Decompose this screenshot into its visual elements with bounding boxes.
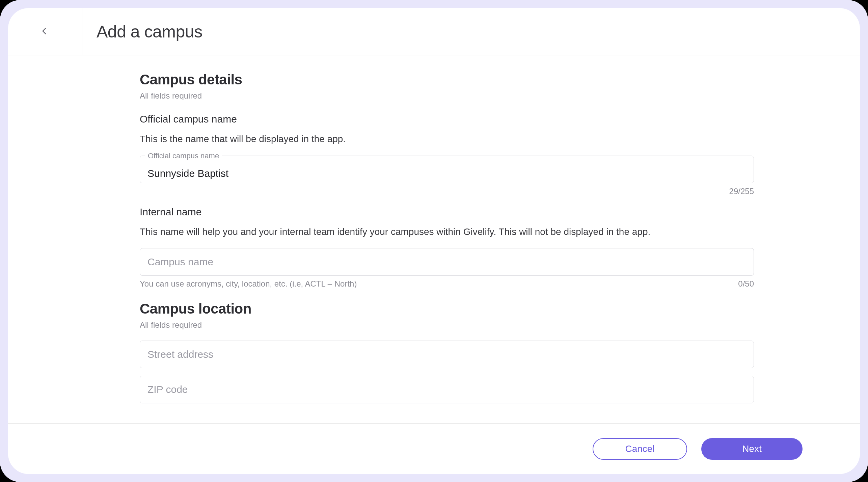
street-field-wrap: [140, 341, 754, 368]
street-address-input[interactable]: [140, 341, 754, 368]
internal-name-desc: This name will help you and your interna…: [140, 225, 754, 239]
form-inner: Campus details All fields required Offic…: [140, 72, 754, 403]
page-background: Add a campus Campus details All fields r…: [0, 0, 868, 482]
official-name-counter: 29/255: [729, 187, 754, 196]
location-fields: [140, 341, 754, 403]
next-button[interactable]: Next: [701, 438, 803, 460]
chevron-left-icon: [39, 26, 50, 37]
internal-name-input[interactable]: [140, 248, 754, 276]
official-name-desc: This is the name that will be displayed …: [140, 132, 754, 146]
official-name-input[interactable]: [140, 156, 754, 183]
header: Add a campus: [8, 8, 860, 55]
cancel-button[interactable]: Cancel: [593, 438, 687, 460]
section-title-details: Campus details: [140, 72, 754, 88]
page-title: Add a campus: [97, 22, 202, 42]
official-name-label: Official campus name: [140, 113, 754, 125]
back-button[interactable]: [32, 20, 56, 44]
official-name-float-label: Official campus name: [145, 152, 222, 160]
location-section: Campus location All fields required: [140, 301, 754, 403]
internal-name-field-wrap: [140, 248, 754, 276]
internal-name-counter: 0/50: [738, 279, 754, 289]
official-name-field-wrap: Official campus name: [140, 156, 754, 183]
back-button-wrap: [28, 8, 82, 55]
internal-name-label: Internal name: [140, 206, 754, 218]
details-required-note: All fields required: [140, 91, 754, 101]
zip-code-input[interactable]: [140, 376, 754, 403]
section-title-location: Campus location: [140, 301, 754, 317]
zip-field-wrap: [140, 376, 754, 403]
internal-name-hint: You can use acronyms, city, location, et…: [140, 279, 357, 289]
location-required-note: All fields required: [140, 320, 754, 330]
footer: Cancel Next: [8, 423, 860, 474]
form-body: Campus details All fields required Offic…: [8, 55, 860, 474]
page-card: Add a campus Campus details All fields r…: [8, 8, 860, 474]
